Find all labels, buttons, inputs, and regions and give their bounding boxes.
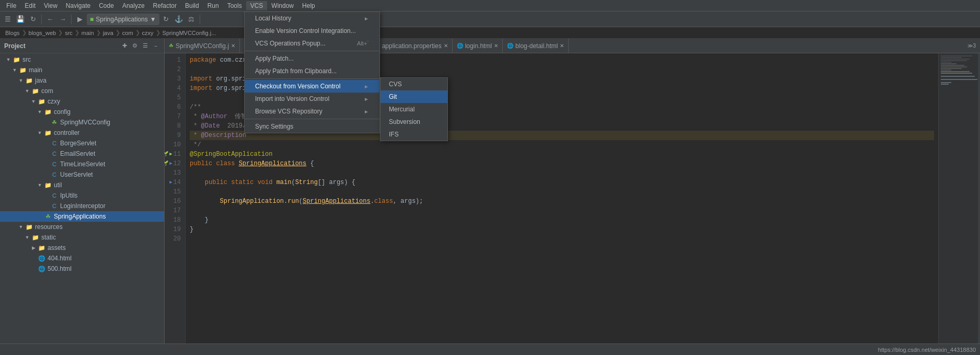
toolbar-run-config-btn[interactable]: ▶ xyxy=(74,14,86,25)
tree-timelineservlet[interactable]: C TimeLineServlet xyxy=(0,159,164,169)
vcs-sync-settings[interactable]: Sync Settings xyxy=(245,120,379,133)
vcs-enable-integration[interactable]: Enable Version Control Integration... xyxy=(245,25,379,37)
tab-blogdetail[interactable]: 🌐 blog-detail.html ✕ xyxy=(503,39,569,53)
tree-main[interactable]: ▼ 📁 main xyxy=(0,65,164,75)
vcs-operations-popup[interactable]: VCS Operations Popup... Alt+` xyxy=(245,37,379,50)
breadcrumb-main[interactable]: main xyxy=(82,30,94,36)
sidebar-gear-btn[interactable]: ⚙ xyxy=(131,42,139,50)
breadcrumb-file[interactable]: SpringMVCConfig.j... xyxy=(163,30,216,36)
menu-window[interactable]: Window xyxy=(267,1,298,10)
tab-springmvc-close[interactable]: ✕ xyxy=(231,43,235,49)
checkout-subversion[interactable]: Subversion xyxy=(381,116,447,128)
toolbar-menu-btn[interactable]: ☰ xyxy=(2,14,14,25)
menu-help[interactable]: Help xyxy=(298,1,319,10)
tree-com[interactable]: ▼ 📁 com xyxy=(0,86,164,96)
tab-loginhtml[interactable]: 🌐 login.html ✕ xyxy=(453,39,503,53)
tree-static-label: static xyxy=(41,234,56,241)
tree-emailservlet[interactable]: C EmailServlet xyxy=(0,148,164,159)
menu-view[interactable]: View xyxy=(40,1,62,10)
sidebar-settings-btn[interactable]: ☰ xyxy=(141,42,149,50)
tree-userservlet[interactable]: C UserServlet xyxy=(0,169,164,180)
menu-vcs[interactable]: VCS xyxy=(246,1,268,10)
tree-static[interactable]: ▼ 📁 static xyxy=(0,232,164,243)
tree-main-label: main xyxy=(29,66,42,74)
tree-springapps[interactable]: ☘ SpringApplications xyxy=(0,211,164,222)
tree-springmvcconfig[interactable]: ☘ SpringMVCConfig xyxy=(0,117,164,128)
vcs-apply-patch[interactable]: Apply Patch... xyxy=(245,52,379,65)
vcs-import[interactable]: Import into Version Control ► xyxy=(245,93,379,105)
tree-java[interactable]: ▼ 📁 java xyxy=(0,75,164,86)
tree-500[interactable]: 🌐 500.html xyxy=(0,264,164,274)
menu-file[interactable]: File xyxy=(2,1,20,10)
mercurial-label: Mercurial xyxy=(389,106,414,113)
folder-icon-ctrl: 📁 xyxy=(44,129,52,137)
tree-util[interactable]: ▼ 📁 util xyxy=(0,180,164,190)
tab-loginhtml-close[interactable]: ✕ xyxy=(494,43,498,49)
toolbar-sep-2 xyxy=(71,15,72,24)
tab-overflow[interactable]: ≫3 xyxy=(963,43,980,49)
checkout-git[interactable]: Git xyxy=(381,90,447,103)
checkout-cvs[interactable]: CVS xyxy=(381,78,447,90)
vcs-checkout[interactable]: Checkout from Version Control ► xyxy=(245,80,379,93)
code-line-20 xyxy=(190,234,934,244)
checkout-ifs[interactable]: IFS xyxy=(381,128,447,141)
tree-config[interactable]: ▼ 📁 config xyxy=(0,107,164,117)
menu-tools[interactable]: Tools xyxy=(223,1,246,10)
tree-assets-label: assets xyxy=(48,244,66,251)
tree-czxy[interactable]: ▼ 📁 czxy xyxy=(0,96,164,107)
tree-springapps-label: SpringApplications xyxy=(54,213,106,220)
springapps-arrow xyxy=(36,214,44,219)
vcs-browse[interactable]: Browse VCS Repository ► xyxy=(245,105,379,118)
assets-arrow: ▶ xyxy=(29,245,38,250)
tree-logininterceptor[interactable]: C LoginInterceptor xyxy=(0,201,164,211)
menu-build[interactable]: Build xyxy=(181,1,203,10)
vcs-menu-popup[interactable]: Local History ► Enable Version Control I… xyxy=(244,12,380,133)
breadcrumb-java[interactable]: java xyxy=(103,30,113,36)
toolbar-coverage-btn[interactable]: ⚖ xyxy=(186,14,197,25)
menu-run[interactable]: Run xyxy=(203,1,223,10)
line-3: 3 xyxy=(165,74,185,84)
toolbar-back-btn[interactable]: ← xyxy=(44,14,56,25)
tree-java-arrow: ▼ xyxy=(17,78,25,83)
toolbar-forward-btn[interactable]: → xyxy=(57,14,68,25)
breadcrumb-blogs-web[interactable]: blogs_web xyxy=(29,30,56,36)
toolbar-debug-btn[interactable]: ⚓ xyxy=(173,14,185,25)
tab-springmvc[interactable]: ☘ SpringMVCConfig.j ✕ xyxy=(165,39,240,53)
code-line-16: SpringApplication.run(SpringApplications… xyxy=(190,197,934,206)
checkout-submenu[interactable]: CVS Git Mercurial Subversion IFS xyxy=(380,77,448,141)
tab-appprops-close[interactable]: ✕ xyxy=(444,43,448,49)
vcs-popup-label: VCS Operations Popup... xyxy=(255,40,326,47)
menu-analyze[interactable]: Analyze xyxy=(118,1,149,10)
menu-navigate[interactable]: Navigate xyxy=(62,1,95,10)
breadcrumb-src[interactable]: src xyxy=(65,30,73,36)
tab-blogdetail-close[interactable]: ✕ xyxy=(560,43,564,49)
menu-edit[interactable]: Edit xyxy=(20,1,40,10)
toolbar-refresh-btn[interactable]: ↻ xyxy=(160,14,172,25)
tree-src[interactable]: ▼ 📁 src xyxy=(0,54,164,65)
vcs-local-history[interactable]: Local History ► xyxy=(245,12,379,25)
resources-arrow: ▼ xyxy=(17,224,25,230)
code-line-11: @SpringBootApplication xyxy=(190,150,934,159)
breadcrumb-blogs[interactable]: Blogs xyxy=(5,30,20,36)
toolbar-sync-btn[interactable]: ↻ xyxy=(27,14,39,25)
tree-resources[interactable]: ▼ 📁 resources xyxy=(0,222,164,232)
tab-appprops[interactable]: ⚙ application.properties ✕ xyxy=(371,39,453,53)
sidebar-add-btn[interactable]: ✚ xyxy=(120,42,129,50)
menu-code[interactable]: Code xyxy=(95,1,118,10)
project-selector[interactable]: ■ SpringApplications ▼ xyxy=(87,14,159,25)
tree-404[interactable]: 🌐 404.html xyxy=(0,253,164,264)
breadcrumb-czxy[interactable]: czxy xyxy=(142,30,154,36)
tree-iputils[interactable]: C IpUtils xyxy=(0,190,164,201)
tree-assets[interactable]: ▶ 📁 assets xyxy=(0,243,164,253)
breadcrumb-com[interactable]: com xyxy=(122,30,133,36)
vcs-apply-patch-clipboard[interactable]: Apply Patch from Clipboard... xyxy=(245,65,379,77)
tree-borgeservlet[interactable]: C BorgeServlet xyxy=(0,138,164,148)
toolbar-sep-3 xyxy=(200,15,200,24)
toolbar-save-btn[interactable]: 💾 xyxy=(15,14,26,25)
checkout-mercurial[interactable]: Mercurial xyxy=(381,103,447,116)
tree-controller[interactable]: ▼ 📁 controller xyxy=(0,128,164,138)
line-18: 18 xyxy=(165,215,185,225)
sidebar-title: Project xyxy=(4,42,120,50)
menu-refactor[interactable]: Refactor xyxy=(149,1,181,10)
sidebar-minimize-btn[interactable]: − xyxy=(152,42,160,50)
